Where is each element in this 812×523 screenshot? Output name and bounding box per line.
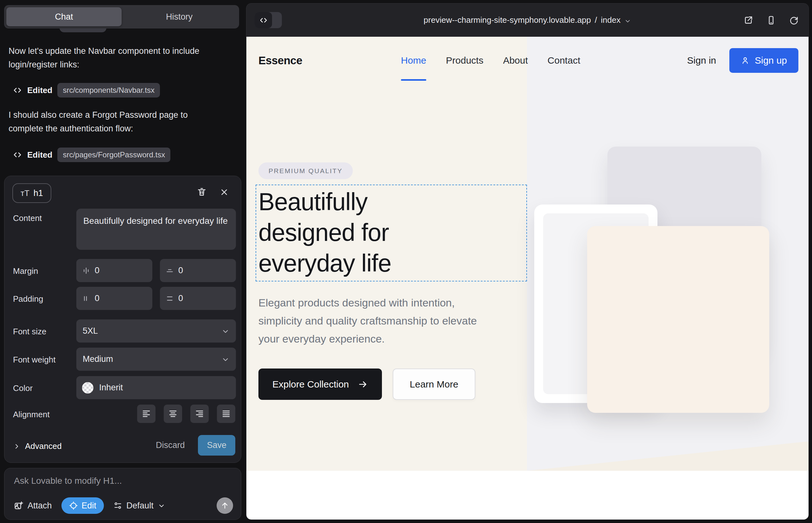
margin-y-input[interactable]: 0 bbox=[160, 259, 236, 282]
chevron-down-icon bbox=[222, 355, 230, 363]
padding-horizontal-icon bbox=[82, 294, 90, 303]
url-separator: / bbox=[595, 15, 597, 25]
nav-link-about[interactable]: About bbox=[503, 37, 528, 84]
align-center-button[interactable] bbox=[164, 404, 182, 423]
padding-vertical-icon bbox=[166, 294, 174, 303]
sign-up-label: Sign up bbox=[755, 55, 787, 66]
close-editor-button[interactable] bbox=[219, 187, 229, 197]
transparent-swatch-icon bbox=[82, 382, 93, 394]
padding-y-value: 0 bbox=[178, 293, 183, 303]
content-label: Content bbox=[13, 213, 42, 223]
edited-label: Edited bbox=[27, 150, 52, 160]
smartphone-icon bbox=[766, 15, 776, 25]
chat-composer: Attach Edit Default bbox=[4, 468, 241, 520]
hero-description: Elegant products designed with intention… bbox=[259, 294, 480, 348]
attach-button[interactable]: Attach bbox=[14, 501, 52, 511]
sliders-icon bbox=[113, 501, 122, 510]
chat-message: I should also create a Forgot Password p… bbox=[8, 108, 205, 136]
padding-x-value: 0 bbox=[95, 293, 100, 303]
font-weight-select[interactable]: Medium bbox=[76, 348, 236, 371]
preview-window: preview--charming-site-symphony.lovable.… bbox=[246, 3, 809, 520]
advanced-toggle[interactable]: Advanced bbox=[13, 441, 62, 451]
margin-y-value: 0 bbox=[178, 266, 183, 275]
font-size-select[interactable]: 5XL bbox=[76, 320, 236, 343]
site-navbar: Essence Home Products About Contact Sign… bbox=[246, 37, 809, 84]
padding-x-input[interactable]: 0 bbox=[76, 287, 152, 310]
alignment-label: Alignment bbox=[13, 410, 50, 419]
explore-collection-label: Explore Collection bbox=[272, 379, 349, 390]
close-icon bbox=[219, 187, 229, 197]
url-bar[interactable]: preview--charming-site-symphony.lovable.… bbox=[424, 3, 632, 37]
chevron-down-icon bbox=[158, 502, 165, 509]
site-preview: Essence Home Products About Contact Sign… bbox=[246, 37, 809, 520]
align-justify-button[interactable] bbox=[217, 404, 235, 423]
edited-label: Edited bbox=[27, 86, 52, 95]
site-nav-links: Home Products About Contact bbox=[401, 37, 580, 84]
hero-badge: PREMIUM QUALITY bbox=[259, 162, 353, 179]
color-label: Color bbox=[13, 383, 33, 393]
preview-url: preview--charming-site-symphony.lovable.… bbox=[424, 15, 591, 25]
crosshair-icon bbox=[69, 501, 78, 510]
advanced-label: Advanced bbox=[25, 441, 62, 451]
decor-cream-card bbox=[587, 226, 769, 413]
discard-button[interactable]: Discard bbox=[156, 440, 185, 450]
file-chip[interactable]: src/pages/ForgotPassword.tsx bbox=[57, 147, 170, 162]
site-logo[interactable]: Essence bbox=[259, 37, 302, 84]
chat-input[interactable] bbox=[14, 476, 232, 493]
sign-in-button[interactable]: Sign in bbox=[687, 55, 716, 66]
padding-y-input[interactable]: 0 bbox=[160, 287, 236, 310]
image-plus-icon bbox=[14, 501, 23, 510]
margin-x-input[interactable]: 0 bbox=[76, 259, 152, 282]
align-right-button[interactable] bbox=[190, 404, 209, 423]
alignment-buttons bbox=[137, 404, 235, 423]
sign-up-button[interactable]: Sign up bbox=[729, 48, 798, 73]
font-size-label: Font size bbox=[13, 327, 47, 337]
refresh-button[interactable] bbox=[789, 15, 799, 25]
chevron-right-icon bbox=[13, 443, 21, 450]
tab-chat[interactable]: Chat bbox=[6, 7, 122, 26]
margin-vertical-icon bbox=[166, 267, 174, 275]
edited-file-row: Edited src/components/Navbar.tsx bbox=[13, 82, 160, 98]
content-input[interactable]: Beautifully designed for everyday life bbox=[76, 209, 236, 250]
send-button[interactable] bbox=[217, 497, 233, 514]
element-selection-outline[interactable]: Beautifully designed for everyday life bbox=[255, 184, 527, 282]
element-editor-panel: тT h1 Content Beautifully designed for e… bbox=[4, 176, 241, 463]
edit-mode-button[interactable]: Edit bbox=[61, 497, 104, 514]
tab-history[interactable]: History bbox=[122, 7, 237, 26]
chat-panel: ·· Chat History Now let's update the Nav… bbox=[0, 0, 246, 523]
chevron-down-icon bbox=[624, 17, 631, 24]
code-icon bbox=[254, 12, 272, 28]
color-value: Inherit bbox=[99, 383, 123, 393]
nav-link-home[interactable]: Home bbox=[401, 37, 426, 84]
nav-link-contact[interactable]: Contact bbox=[548, 37, 580, 84]
margin-x-value: 0 bbox=[95, 266, 100, 275]
arrow-up-icon bbox=[220, 501, 229, 510]
align-right-icon bbox=[195, 409, 204, 418]
lovable-workspace: ·· Chat History Now let's update the Nav… bbox=[0, 0, 812, 523]
open-in-new-tab-button[interactable] bbox=[743, 15, 754, 25]
nav-link-products[interactable]: Products bbox=[446, 37, 483, 84]
align-left-button[interactable] bbox=[137, 404, 156, 423]
explore-collection-button[interactable]: Explore Collection bbox=[259, 368, 382, 400]
save-button[interactable]: Save bbox=[198, 435, 235, 455]
composer-toolbar: Attach Edit Default bbox=[14, 497, 165, 514]
typography-icon: тT bbox=[21, 188, 30, 198]
external-link-icon bbox=[743, 15, 754, 25]
font-size-value: 5XL bbox=[83, 326, 98, 336]
default-mode-button[interactable]: Default bbox=[113, 501, 165, 511]
code-preview-toggle[interactable] bbox=[254, 12, 282, 28]
file-chip[interactable]: src/components/Navbar.tsx bbox=[57, 83, 160, 97]
learn-more-button[interactable]: Learn More bbox=[393, 368, 475, 400]
color-select[interactable]: Inherit bbox=[76, 376, 236, 399]
margin-horizontal-icon bbox=[82, 267, 90, 275]
font-weight-label: Font weight bbox=[13, 355, 55, 365]
edited-file-row: Edited src/pages/ForgotPassword.tsx bbox=[13, 147, 170, 163]
hero-heading[interactable]: Beautifully designed for everyday life bbox=[259, 186, 442, 278]
preview-toolbar: preview--charming-site-symphony.lovable.… bbox=[246, 3, 809, 37]
selected-element-pill: тT h1 bbox=[12, 183, 51, 203]
preview-tools bbox=[743, 3, 799, 37]
element-tag: h1 bbox=[34, 188, 43, 198]
mobile-view-button[interactable] bbox=[766, 15, 776, 25]
delete-element-button[interactable] bbox=[197, 187, 207, 197]
code-icon bbox=[13, 86, 22, 95]
